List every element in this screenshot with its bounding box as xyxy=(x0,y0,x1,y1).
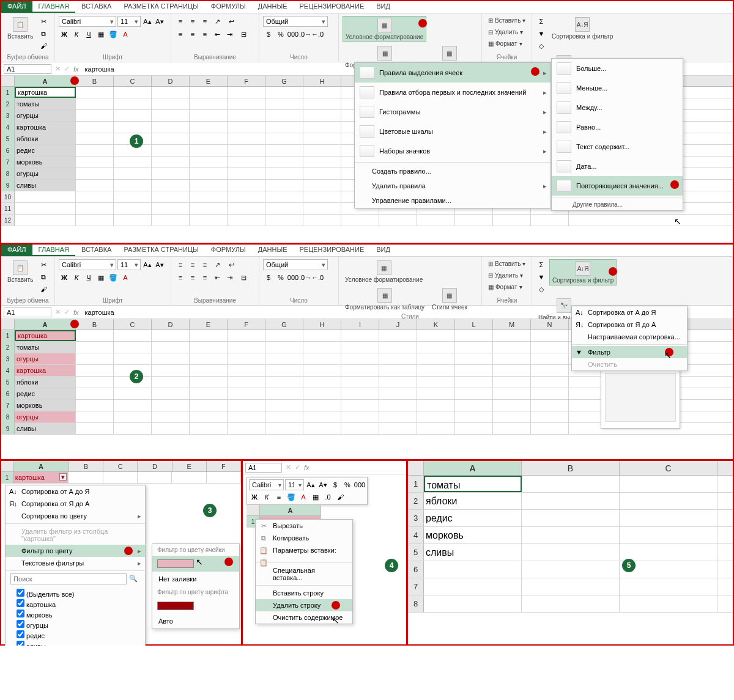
cell[interactable] xyxy=(379,423,417,434)
fx-icon[interactable]: fx xyxy=(73,309,79,316)
font-size-combo[interactable]: ▾ xyxy=(117,16,141,27)
cell[interactable] xyxy=(531,388,569,399)
tab-formulas[interactable]: ФОРМУЛЫ xyxy=(205,1,252,13)
cell[interactable] xyxy=(190,353,228,364)
clear-icon[interactable]: ◇ xyxy=(536,40,547,51)
cell[interactable] xyxy=(379,400,417,411)
row-header[interactable]: 10 xyxy=(1,191,15,202)
col-header[interactable]: E xyxy=(190,76,228,86)
sort-filter-button[interactable]: A↓ЯСортировка и фильтр xyxy=(549,259,617,286)
cut-icon[interactable]: ✂ xyxy=(38,16,49,27)
hl-date[interactable]: Дата... xyxy=(552,157,683,176)
cell[interactable] xyxy=(303,411,341,422)
cell[interactable] xyxy=(76,98,114,109)
row-header[interactable]: 9 xyxy=(1,180,15,191)
cell[interactable] xyxy=(265,411,303,422)
cell[interactable] xyxy=(114,191,152,202)
col-header[interactable]: G xyxy=(265,76,303,86)
decrease-font-icon[interactable]: A▾ xyxy=(154,259,165,270)
cell[interactable] xyxy=(341,330,379,341)
cell[interactable] xyxy=(531,411,569,422)
cell[interactable] xyxy=(228,168,265,179)
cell[interactable]: картошка xyxy=(15,330,76,341)
conditional-formatting-button[interactable]: ▦Условное форматирование xyxy=(343,259,425,284)
cell[interactable] xyxy=(493,215,531,226)
ctx-paste-icon[interactable]: 📋 xyxy=(256,556,352,561)
cell[interactable] xyxy=(417,353,455,364)
cell[interactable] xyxy=(152,411,190,422)
cf-color-scales[interactable]: Цветовые шкалы▸ xyxy=(355,122,550,141)
col-header[interactable]: I xyxy=(341,319,379,330)
cell[interactable] xyxy=(190,377,228,388)
cell[interactable] xyxy=(341,411,379,422)
cell[interactable] xyxy=(190,122,228,133)
cell[interactable] xyxy=(455,377,493,388)
indent-dec-icon[interactable]: ⇤ xyxy=(212,29,223,40)
name-box[interactable] xyxy=(4,308,51,317)
cell[interactable] xyxy=(620,476,717,492)
cell[interactable] xyxy=(455,411,493,422)
cell[interactable] xyxy=(303,330,341,341)
cell[interactable] xyxy=(417,400,455,411)
cell[interactable] xyxy=(152,423,190,434)
cell[interactable] xyxy=(152,365,190,376)
cell[interactable] xyxy=(417,411,455,422)
row-header[interactable]: 9 xyxy=(1,423,15,434)
cell[interactable] xyxy=(15,203,76,214)
cell[interactable] xyxy=(76,353,114,364)
cell[interactable] xyxy=(417,377,455,388)
cell[interactable]: огурцы xyxy=(15,168,76,179)
row-header[interactable]: 3 xyxy=(1,110,15,121)
cell[interactable] xyxy=(620,510,717,526)
cell[interactable] xyxy=(152,377,190,388)
cell[interactable] xyxy=(303,203,341,214)
cell[interactable] xyxy=(152,98,190,109)
cell[interactable] xyxy=(303,423,341,434)
cell[interactable] xyxy=(379,353,417,364)
cell[interactable] xyxy=(424,578,522,595)
cell[interactable] xyxy=(190,110,228,121)
tab-data[interactable]: ДАННЫЕ xyxy=(252,245,294,256)
cell[interactable] xyxy=(303,145,341,156)
col-header[interactable]: L xyxy=(455,319,493,330)
cell[interactable] xyxy=(265,133,303,144)
cell[interactable] xyxy=(190,423,228,434)
cell[interactable] xyxy=(493,377,531,388)
cell[interactable] xyxy=(341,423,379,434)
tab-home[interactable]: ГЛАВНАЯ xyxy=(32,245,75,256)
align-top-icon[interactable]: ≡ xyxy=(175,16,186,27)
cell[interactable] xyxy=(424,561,522,578)
indent-inc-icon[interactable]: ⇥ xyxy=(224,29,235,40)
cell[interactable] xyxy=(265,110,303,121)
cell[interactable] xyxy=(417,330,455,341)
cell[interactable] xyxy=(152,145,190,156)
currency-icon[interactable]: $ xyxy=(263,29,274,40)
row-header[interactable]: 8 xyxy=(408,595,424,612)
delete-cells-button[interactable]: ⊟ Удалить ▾ xyxy=(486,28,525,37)
tab-insert[interactable]: ВСТАВКА xyxy=(75,1,117,13)
cell[interactable] xyxy=(190,157,228,168)
cell[interactable] xyxy=(417,342,455,353)
cell[interactable] xyxy=(190,342,228,353)
col-header[interactable]: E xyxy=(190,319,228,330)
align-right-icon[interactable]: ≡ xyxy=(199,29,210,40)
col-header[interactable]: F xyxy=(228,76,265,86)
cell[interactable]: яблоки xyxy=(15,377,76,388)
cell[interactable] xyxy=(76,400,114,411)
cell[interactable] xyxy=(493,342,531,353)
cell[interactable] xyxy=(152,168,190,179)
align-bottom-icon[interactable]: ≡ xyxy=(199,16,210,27)
cell[interactable] xyxy=(417,423,455,434)
cell[interactable] xyxy=(190,133,228,144)
cell[interactable] xyxy=(493,365,531,376)
cell[interactable] xyxy=(228,122,265,133)
cell[interactable] xyxy=(265,157,303,168)
cut-icon[interactable]: ✂ xyxy=(38,259,49,270)
col-header[interactable]: J xyxy=(379,319,417,330)
cell[interactable]: огурцы xyxy=(15,411,76,422)
cell[interactable] xyxy=(152,110,190,121)
tab-home[interactable]: ГЛАВНАЯ xyxy=(32,1,75,13)
cell[interactable] xyxy=(341,353,379,364)
cell[interactable] xyxy=(114,203,152,214)
cell[interactable] xyxy=(152,400,190,411)
